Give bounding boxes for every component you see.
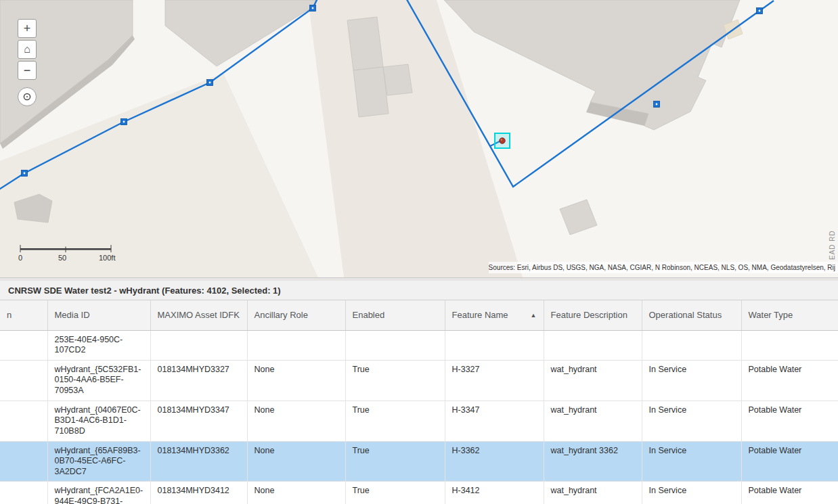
cell-operational-status[interactable]: In Service — [642, 400, 741, 441]
column-label: Feature Description — [551, 310, 627, 320]
cell-operational-status[interactable]: In Service — [642, 360, 741, 400]
table-row-selected[interactable]: wHydrant_{65AF89B3-0B70-45EC-A6FC-3A2DC7… — [0, 441, 838, 482]
cell-water-type[interactable]: Potable Water — [741, 400, 838, 441]
cell-media-id[interactable]: wHydrant_{5C532FB1-0150-4AA6-B5EF-70953A — [47, 360, 150, 400]
scale-label-mid: 50 — [58, 254, 66, 262]
zoom-out-button[interactable]: − — [18, 61, 37, 80]
map-graphics[interactable]: 0 50 100ft Sources: Esri, Airbus DS, USG… — [0, 0, 838, 277]
cell-ancillary-role[interactable]: None — [247, 360, 345, 400]
cell-n[interactable] — [0, 441, 47, 482]
cell-feature-name[interactable]: H-3362 — [445, 441, 544, 482]
building-polygon — [347, 17, 383, 70]
cell-water-type[interactable] — [741, 330, 838, 360]
hydrant-icon[interactable] — [500, 138, 505, 143]
cell-ancillary-role[interactable] — [247, 330, 345, 360]
plus-icon: + — [24, 22, 31, 36]
scale-label-end: 100ft — [99, 254, 115, 262]
attribute-table-title: CNRSW SDE Water test2 - wHydrant (Featur… — [0, 281, 838, 300]
cell-ancillary-role[interactable]: None — [247, 400, 345, 441]
fitting-marker-icon[interactable] — [207, 80, 213, 86]
cell-operational-status[interactable] — [642, 330, 741, 360]
cell-operational-status[interactable]: In Service — [642, 482, 741, 504]
road-label: EAD RD — [829, 230, 836, 260]
building-polygon — [383, 64, 412, 95]
cell-n[interactable] — [0, 330, 47, 360]
cell-media-id[interactable]: wHydrant_{FCA2A1E0-944E-49C9-B731- — [47, 482, 150, 504]
cell-operational-status[interactable]: In Service — [642, 441, 741, 482]
column-header-operational-status[interactable]: Operational Status — [642, 300, 741, 330]
cell-feature-name[interactable]: H-3412 — [445, 482, 544, 504]
locate-icon — [22, 91, 32, 102]
column-label: Water Type — [749, 310, 793, 320]
cell-media-id[interactable]: 253E-40E4-950C-107CD2 — [47, 330, 150, 360]
column-header-ancillary-role[interactable]: Ancillary Role — [247, 300, 345, 330]
table-title-text: CNRSW SDE Water test2 - wHydrant (Featur… — [8, 285, 281, 296]
fitting-marker-icon[interactable] — [22, 170, 28, 177]
cell-n[interactable] — [0, 400, 47, 441]
cell-enabled[interactable]: True — [345, 441, 445, 482]
cell-n[interactable] — [0, 360, 47, 400]
cell-water-type[interactable]: Potable Water — [741, 441, 838, 482]
cell-maximo-asset[interactable] — [150, 330, 247, 360]
fitting-marker-icon[interactable] — [310, 5, 316, 12]
cell-maximo-asset[interactable]: 018134MHYD3412 — [150, 482, 247, 504]
cell-feature-name[interactable]: H-3347 — [445, 400, 544, 441]
cell-ancillary-role[interactable]: None — [247, 482, 345, 504]
minus-icon: − — [24, 64, 31, 78]
column-header-maximo-asset-idfk[interactable]: MAXIMO Asset IDFK — [150, 300, 247, 330]
locate-button[interactable] — [18, 87, 37, 106]
fitting-marker-icon[interactable] — [121, 119, 127, 125]
column-header-enabled[interactable]: Enabled — [345, 300, 445, 330]
cell-feature-name[interactable]: H-3327 — [445, 360, 544, 400]
zoom-in-button[interactable]: + — [18, 19, 37, 38]
cell-enabled[interactable]: True — [345, 482, 445, 504]
cell-maximo-asset[interactable]: 018134MHYD3362 — [150, 441, 247, 482]
cell-feature-description[interactable] — [544, 330, 642, 360]
fitting-marker-icon[interactable] — [757, 8, 763, 14]
column-header-water-type[interactable]: Water Type — [741, 300, 838, 330]
cell-media-id[interactable]: wHydrant_{65AF89B3-0B70-45EC-A6FC-3A2DC7 — [47, 441, 150, 482]
map-canvas[interactable]: 0 50 100ft Sources: Esri, Airbus DS, USG… — [0, 0, 838, 277]
column-label: MAXIMO Asset IDFK — [158, 310, 240, 320]
column-header-feature-name[interactable]: Feature Name▲ — [445, 300, 544, 330]
sort-ascending-icon[interactable]: ▲ — [527, 312, 537, 319]
column-label: n — [7, 310, 12, 320]
cell-feature-description[interactable]: wat_hydrant 3362 — [544, 441, 642, 482]
cell-n[interactable] — [0, 482, 47, 504]
hydrant-icon-highlight — [501, 139, 502, 140]
app-window: 0 50 100ft Sources: Esri, Airbus DS, USG… — [0, 0, 838, 504]
cell-feature-name[interactable] — [445, 330, 544, 360]
cell-maximo-asset[interactable]: 018134MHYD3347 — [150, 400, 247, 441]
column-label: Operational Status — [649, 310, 722, 320]
column-header-n[interactable]: n — [0, 300, 47, 330]
cell-feature-description[interactable]: wat_hydrant — [544, 482, 642, 504]
cell-feature-description[interactable]: wat_hydrant — [544, 400, 642, 441]
column-label: Feature Name — [452, 310, 508, 320]
table-row[interactable]: wHydrant_{FCA2A1E0-944E-49C9-B731- 01813… — [0, 482, 838, 504]
column-label: Ancillary Role — [255, 310, 308, 320]
table-row[interactable]: wHydrant_{5C532FB1-0150-4AA6-B5EF-70953A… — [0, 360, 838, 400]
cell-maximo-asset[interactable]: 018134MHYD3327 — [150, 360, 247, 400]
table-header-row: n Media ID MAXIMO Asset IDFK Ancillary R… — [0, 300, 838, 330]
cell-enabled[interactable] — [345, 330, 445, 360]
cell-enabled[interactable]: True — [345, 400, 445, 441]
cell-ancillary-role[interactable]: None — [247, 441, 345, 482]
cell-water-type[interactable]: Potable Water — [741, 482, 838, 504]
cell-water-type[interactable]: Potable Water — [741, 360, 838, 400]
home-button[interactable]: ⌂ — [18, 40, 37, 59]
map-zoom-controls: + ⌂ − — [18, 19, 37, 108]
attribute-table: n Media ID MAXIMO Asset IDFK Ancillary R… — [0, 300, 838, 504]
column-label: Media ID — [55, 310, 90, 320]
table-row[interactable]: wHydrant_{04067E0C-B3D1-4AC6-B1D1-710B8D… — [0, 400, 838, 441]
cell-enabled[interactable]: True — [345, 360, 445, 400]
selected-hydrant-marker[interactable] — [495, 133, 510, 148]
fitting-marker-icon[interactable] — [654, 101, 660, 108]
column-label: Enabled — [353, 310, 385, 320]
cell-feature-description[interactable]: wat_hydrant — [544, 360, 642, 400]
table-row[interactable]: 253E-40E4-950C-107CD2 — [0, 330, 838, 360]
scale-label-zero: 0 — [18, 254, 22, 262]
attribution-text: Sources: Esri, Airbus DS, USGS, NGA, NAS… — [489, 264, 835, 271]
cell-media-id[interactable]: wHydrant_{04067E0C-B3D1-4AC6-B1D1-710B8D — [47, 400, 150, 441]
column-header-media-id[interactable]: Media ID — [47, 300, 150, 330]
column-header-feature-description[interactable]: Feature Description — [544, 300, 642, 330]
